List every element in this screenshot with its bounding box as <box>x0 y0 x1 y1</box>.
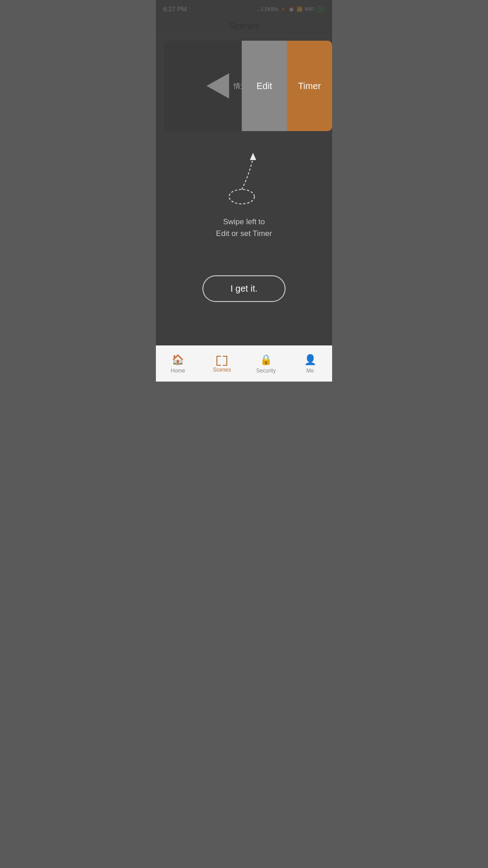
nav-label-me: Me <box>306 368 314 374</box>
me-icon: 👤 <box>304 354 316 366</box>
scenes-icon <box>216 355 227 365</box>
nav-label-home: Home <box>171 368 185 374</box>
hint-arrow-svg <box>199 149 289 212</box>
edit-button[interactable]: Edit <box>242 41 287 131</box>
security-icon: 🔒 <box>260 354 272 366</box>
nav-label-scenes: Scenes <box>213 367 231 373</box>
get-it-container: I get it. <box>156 275 332 302</box>
nav-item-scenes[interactable]: Scenes <box>200 355 244 373</box>
nav-item-security[interactable]: 🔒 Security <box>244 354 288 374</box>
get-it-button[interactable]: I get it. <box>202 275 286 302</box>
swipe-arrow-icon <box>206 73 229 99</box>
hint-text: Swipe left to Edit or set Timer <box>216 216 272 239</box>
nav-label-security: Security <box>256 368 276 374</box>
swipe-action-buttons: Edit Timer <box>242 41 332 131</box>
svg-point-0 <box>229 189 254 204</box>
home-icon: 🏠 <box>172 354 184 366</box>
hint-line2: Edit or set Timer <box>216 229 272 238</box>
swipe-hint-area: Swipe left to Edit or set Timer <box>156 149 332 239</box>
timer-button-label: Timer <box>298 81 321 91</box>
bottom-navigation: 🏠 Home Scenes 🔒 Security 👤 Me <box>156 345 332 382</box>
svg-marker-1 <box>250 153 256 160</box>
timer-button[interactable]: Timer <box>287 41 332 131</box>
hint-line1: Swipe left to <box>223 217 265 226</box>
nav-item-home[interactable]: 🏠 Home <box>156 354 200 374</box>
nav-item-me[interactable]: 👤 Me <box>288 354 333 374</box>
edit-button-label: Edit <box>257 81 272 91</box>
scene-card-area: 情景1 ☞ Edit Timer <box>156 41 332 140</box>
